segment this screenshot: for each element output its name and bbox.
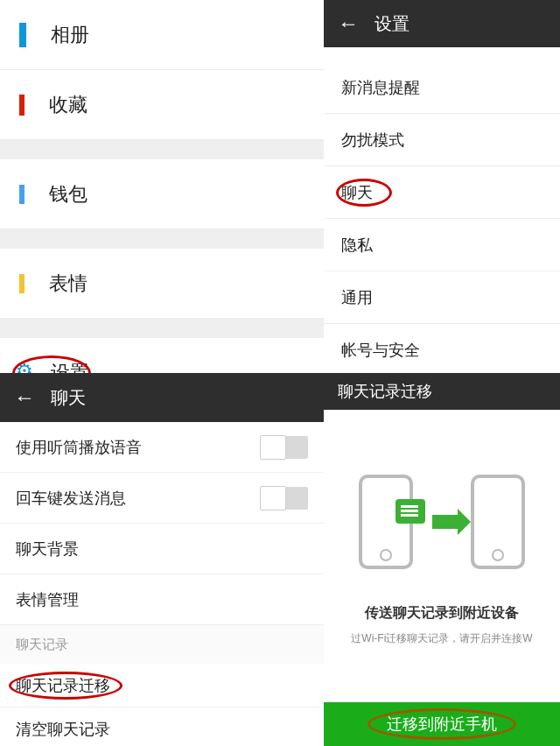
migrate-button[interactable]: 迁移到附近手机: [324, 702, 560, 746]
phone-target-icon: [471, 475, 525, 569]
settings-item-dnd[interactable]: 勿扰模式: [324, 114, 560, 166]
chat-item-background[interactable]: 聊天背景: [0, 524, 324, 574]
chat-item-clear[interactable]: 清空聊天记录: [0, 707, 324, 746]
menu-label: 表情: [49, 271, 88, 297]
item-label: 帐号与安全: [341, 340, 420, 361]
item-label: 回车键发送消息: [16, 488, 126, 509]
settings-item-notifications[interactable]: 新消息提醒: [324, 61, 560, 114]
item-label: 勿扰模式: [341, 130, 404, 151]
item-label: 新消息提醒: [341, 77, 420, 98]
menu-label: 钱包: [49, 181, 88, 208]
back-icon[interactable]: ←: [14, 385, 35, 410]
header-title: 设置: [374, 12, 410, 36]
header-title: 聊天记录迁移: [338, 381, 432, 402]
settings-item-general[interactable]: 通用: [324, 271, 560, 324]
menu-item-album[interactable]: 相册: [0, 0, 324, 70]
item-label: 聊天: [341, 182, 373, 203]
album-icon: [19, 23, 26, 47]
settings-panel: ← 设置 新消息提醒 勿扰模式 聊天 隐私 通用 帐号与安全: [324, 0, 560, 373]
back-icon[interactable]: ←: [338, 11, 359, 36]
chat-settings-header: ← 聊天: [0, 373, 324, 422]
menu-label: 收藏: [49, 92, 88, 118]
migrate-header: 聊天记录迁移: [324, 373, 560, 410]
menu-item-stickers[interactable]: 表情: [0, 249, 324, 319]
menu-label: 相册: [51, 22, 89, 48]
chat-bubble-icon: [396, 499, 425, 524]
menu-item-settings[interactable]: ⚙ 设置: [0, 338, 324, 373]
me-menu-panel: 相册 收藏 钱包 表情 ⚙ 设置: [0, 0, 324, 373]
button-label: 迁移到附近手机: [387, 714, 497, 735]
menu-item-favorites[interactable]: 收藏: [0, 70, 324, 140]
chat-item-enter-send[interactable]: 回车键发送消息: [0, 473, 324, 524]
settings-item-privacy[interactable]: 隐私: [324, 219, 560, 271]
settings-icon: ⚙: [16, 360, 33, 374]
item-label: 通用: [341, 287, 373, 308]
item-label: 使用听筒播放语音: [16, 437, 142, 458]
item-label: 表情管理: [16, 589, 79, 610]
menu-label: 设置: [51, 360, 89, 374]
settings-item-chat[interactable]: 聊天: [324, 166, 560, 219]
toggle-switch[interactable]: [261, 487, 308, 510]
section-label: 聊天记录: [16, 637, 68, 653]
chat-settings-panel: ← 聊天 使用听筒播放语音 回车键发送消息 聊天背景 表情管理 聊天记录 聊天记…: [0, 373, 324, 746]
migrate-illustration-area: 传送聊天记录到附近设备 过Wi-Fi迁移聊天记录，请开启并连接W: [324, 410, 560, 702]
menu-item-wallet[interactable]: 钱包: [0, 159, 324, 229]
chat-item-stickers[interactable]: 表情管理: [0, 574, 324, 625]
arrow-icon: [432, 515, 458, 529]
migrate-heading: 传送聊天记录到附近设备: [365, 604, 519, 623]
toggle-switch[interactable]: [261, 436, 308, 459]
chat-item-migrate[interactable]: 聊天记录迁移: [0, 664, 324, 707]
item-label: 清空聊天记录: [16, 719, 110, 740]
migrate-panel: 聊天记录迁移 传送聊天记录到附近设备 过Wi-Fi迁移聊天记录，请开启并连接W …: [324, 373, 560, 746]
section-divider: [0, 319, 324, 338]
settings-item-account[interactable]: 帐号与安全: [324, 324, 560, 373]
phones-illustration: [359, 475, 525, 569]
item-label: 聊天背景: [16, 538, 79, 560]
section-header-chatlog: 聊天记录: [0, 625, 324, 664]
section-divider: [0, 229, 324, 249]
item-label: 聊天记录迁移: [16, 675, 110, 696]
header-title: 聊天: [51, 386, 86, 410]
item-label: 隐私: [341, 235, 373, 256]
settings-header: ← 设置: [324, 0, 560, 47]
emoji-icon: [19, 274, 24, 293]
migrate-subtext: 过Wi-Fi迁移聊天记录，请开启并连接W: [351, 631, 532, 646]
section-divider: [0, 140, 324, 159]
chat-item-earpiece[interactable]: 使用听筒播放语音: [0, 422, 324, 473]
favorites-icon: [19, 95, 24, 116]
wallet-icon: [19, 185, 24, 204]
